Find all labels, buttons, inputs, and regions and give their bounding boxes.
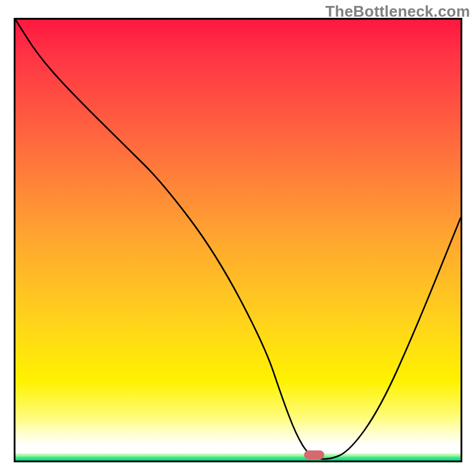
optimum-marker (304, 450, 324, 459)
bottleneck-curve (15, 20, 461, 459)
plot-area (14, 18, 462, 462)
curve-svg (15, 20, 461, 461)
chart-stage: TheBottleneck.com (0, 0, 476, 476)
